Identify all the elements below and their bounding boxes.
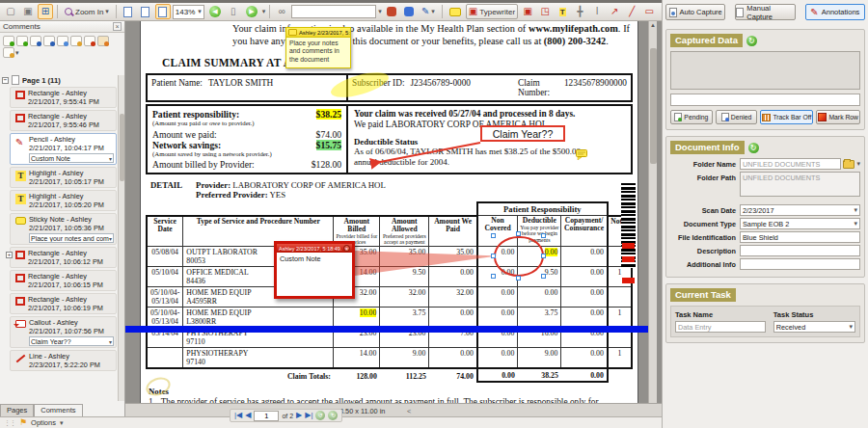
last-page-icon[interactable]: ▶| [305,412,312,419]
folder-path-textarea[interactable]: UNFILED DOCUMENTS [740,172,860,197]
fit-page-button[interactable] [155,4,171,19]
crossout-tool-button[interactable]: ╋ [572,4,587,19]
task-name-input[interactable] [675,321,766,333]
calendar-dropdown-icon[interactable]: ▾ [854,206,857,214]
capture-hand-button[interactable] [384,4,399,19]
manual-capture-button[interactable]: Manual Capture [735,4,795,20]
comment-list-item[interactable]: + Highlight - Ashley 2/21/2017, 10:05:17… [10,167,117,188]
snapshot-tool-button[interactable]: ⊞ [38,4,53,19]
pencil-circle-annotation[interactable] [494,236,544,277]
comment-list-item[interactable]: + Rectangle - Ashley 2/21/2017, 9:55:41 … [10,87,117,108]
reply-comment-icon[interactable] [57,36,68,46]
next-view-icon[interactable]: ↻ [328,411,338,420]
comment-list-item[interactable]: + Rectangle - Ashley 2/21/2017, 10:06:19… [10,293,117,314]
collapse-node-icon[interactable]: − [2,77,9,84]
attach-tool-button[interactable]: ◳ [537,4,553,19]
import-comments-icon[interactable] [97,36,109,46]
search-input[interactable] [291,5,376,18]
folder-name-input[interactable] [740,158,841,170]
auto-capture-button[interactable]: Auto Capture [665,4,725,20]
expand-box-icon[interactable]: + [6,252,13,258]
comment-note-combo[interactable]: Claim Year?? ▾ [29,336,114,346]
options-button[interactable]: Options [31,418,56,427]
drag-grip-icon[interactable]: ⋮⋮ [4,419,15,427]
sticky-note-mini-icon[interactable] [576,149,587,160]
next-page-icon[interactable]: ▶ [296,412,302,419]
captured-data-input[interactable] [670,94,860,106]
tab-comments[interactable]: Comments [34,404,82,416]
collapse-comments-icon[interactable] [16,36,28,46]
folder-icon[interactable] [843,160,854,169]
task-status-select[interactable]: Received▾ [773,321,855,333]
callout-annotation[interactable]: Claim Year?? [480,125,565,142]
refresh-icon[interactable]: ↻ [746,36,757,46]
document-type-select[interactable]: Sample EOB 2▾ [740,218,860,229]
file-identification-input[interactable] [740,231,860,243]
comment-list-item[interactable]: + Rectangle - Ashley 2/21/2017, 10:06:15… [10,270,117,291]
comment-note-combo[interactable]: Place your notes and comment ▾ [29,233,114,243]
delete-comment-icon[interactable] [84,36,95,46]
pan-tool-button[interactable]: ▣ [20,4,36,19]
scrollbar-thumb[interactable] [120,114,124,181]
chevron-down-icon[interactable]: ▾ [856,160,860,168]
line-tool-button[interactable]: ╱ [624,4,639,19]
description-input[interactable] [740,245,860,256]
track-bar[interactable] [125,326,649,333]
expand-comments-icon[interactable] [3,36,14,46]
sort-comments-icon[interactable] [3,47,14,58]
fit-width-button[interactable] [138,4,153,19]
tab-pages[interactable]: Pages [0,404,34,416]
next-view-button[interactable]: ▶ [243,4,260,19]
comment-note-combo[interactable]: Custom Note ▾ [29,153,114,163]
document-scrollbar[interactable]: ▲ [648,21,657,403]
comment-list-item[interactable]: + Callout - Ashley 2/21/2017, 10:07:56 P… [10,316,117,348]
actual-size-button[interactable] [121,4,136,19]
first-page-icon[interactable]: |◀ [234,412,242,419]
comment-list-item[interactable]: + Sticky Note - Ashley 2/21/2017, 10:05:… [10,213,117,245]
find-button[interactable]: ∞ [274,4,289,19]
previous-view-button[interactable]: ◀ [206,4,224,19]
typewriter-button[interactable]: ▣Typewriter [466,4,518,19]
mark-row-button[interactable]: Mark Row [816,110,860,124]
previous-page-icon[interactable]: ◀ [245,412,251,419]
refresh-icon[interactable]: ↻ [748,143,759,153]
captured-data-list[interactable] [670,51,860,90]
denied-button[interactable]: Denied [716,110,758,124]
selection-handle[interactable] [516,276,521,281]
select-tool-button[interactable]: ▢ [3,4,18,19]
selection-handle[interactable] [541,274,546,279]
highlight-tool-button[interactable]: T [555,4,570,19]
text-box-tool-button[interactable]: ▣ [520,4,535,19]
selection-handle[interactable] [491,274,496,279]
comment-list-item[interactable]: + Rectangle - Ashley 2/21/2017, 9:55:46 … [10,110,117,131]
close-panel-icon[interactable]: × [113,22,122,31]
scan-date-picker[interactable]: 2/23/2017▾ [740,204,860,216]
selection-handle[interactable] [516,231,521,236]
custom-note-popup[interactable]: Ashley 2/23/2017, 5:18:49.× Custom Note [274,241,355,299]
selection-handle[interactable] [491,233,496,238]
next-comment-icon[interactable] [30,36,41,46]
zoom-level-combo[interactable]: 143%▾ [173,5,204,19]
pending-button[interactable]: Pending [670,110,713,124]
previous-view-icon[interactable]: ↺ [315,411,325,420]
selection-handle[interactable] [541,254,546,258]
selection-handle[interactable] [491,254,496,258]
collapse-statusbar-icon[interactable]: < [407,407,411,415]
track-bar-button[interactable]: Track Bar Off [760,110,813,124]
scrollbar-thumb[interactable] [650,48,657,164]
comment-list-item[interactable]: + Rectangle - Ashley 2/21/2017, 10:06:12… [10,247,117,268]
additional-info-input[interactable] [740,258,860,270]
comment-list-item[interactable]: + Line - Ashley 2/23/2017, 5:22:20 PM [10,350,117,371]
verify-hand-button[interactable] [401,4,417,19]
page-number-input[interactable] [254,411,279,421]
comment-list-item[interactable]: + Highlight - Ashley 2/21/2017, 10:05:20… [10,190,117,211]
sticky-note-tool-button[interactable] [447,4,464,19]
pen-tool-button[interactable]: ✎▾ [419,4,438,19]
page-indicator-button[interactable]: ▯ [226,4,241,19]
previous-comment-icon[interactable] [43,36,55,46]
arrow-tool-button[interactable]: ↗ [607,4,622,19]
annotations-button[interactable]: ✎Annotations [805,4,865,20]
close-icon[interactable]: × [343,245,350,252]
insert-text-tool-button[interactable]: I [589,4,605,19]
scroll-up-icon[interactable]: ▲ [649,21,657,28]
